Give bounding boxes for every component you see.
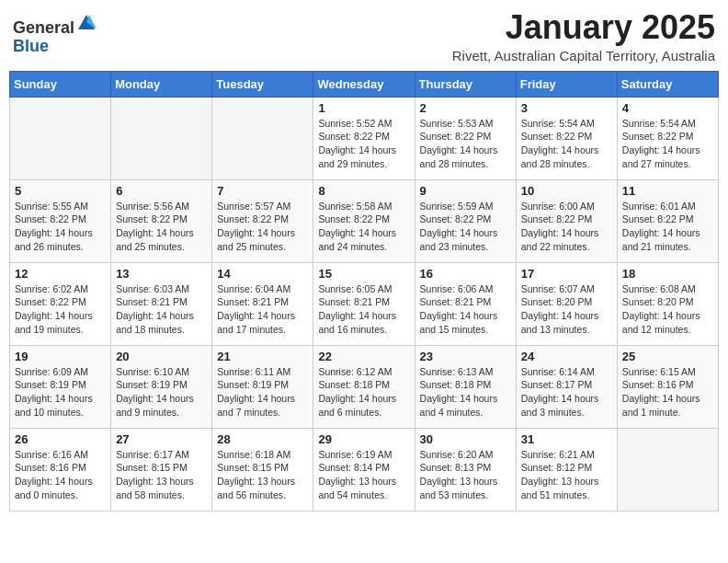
day-info: Sunrise: 5:55 AM Sunset: 8:22 PM Dayligh… [15, 200, 106, 254]
calendar-cell: 13Sunrise: 6:03 AM Sunset: 8:21 PM Dayli… [111, 262, 212, 345]
day-info: Sunrise: 6:06 AM Sunset: 8:21 PM Dayligh… [420, 282, 511, 337]
calendar-cell: 31Sunrise: 6:21 AM Sunset: 8:12 PM Dayli… [516, 428, 617, 511]
calendar-cell: 24Sunrise: 6:14 AM Sunset: 8:17 PM Dayli… [516, 345, 617, 428]
day-header-monday: Monday [111, 71, 212, 97]
day-number: 24 [521, 350, 612, 363]
day-info: Sunrise: 5:58 AM Sunset: 8:22 PM Dayligh… [318, 200, 409, 254]
calendar-cell: 5Sunrise: 5:55 AM Sunset: 8:22 PM Daylig… [10, 179, 111, 262]
day-info: Sunrise: 6:18 AM Sunset: 8:15 PM Dayligh… [217, 448, 308, 502]
calendar-cell: 27Sunrise: 6:17 AM Sunset: 8:15 PM Dayli… [111, 428, 212, 511]
calendar-cell: 10Sunrise: 6:00 AM Sunset: 8:22 PM Dayli… [516, 179, 617, 262]
day-info: Sunrise: 5:53 AM Sunset: 8:22 PM Dayligh… [420, 117, 511, 171]
calendar-table: SundayMondayTuesdayWednesdayThursdayFrid… [9, 71, 719, 511]
day-info: Sunrise: 5:54 AM Sunset: 8:22 PM Dayligh… [521, 117, 612, 171]
calendar-cell: 14Sunrise: 6:04 AM Sunset: 8:21 PM Dayli… [212, 262, 313, 345]
day-number: 31 [521, 432, 612, 446]
calendar-cell: 16Sunrise: 6:06 AM Sunset: 8:21 PM Dayli… [415, 262, 516, 345]
calendar-cell: 8Sunrise: 5:58 AM Sunset: 8:22 PM Daylig… [313, 179, 415, 262]
day-number: 7 [217, 184, 308, 198]
day-info: Sunrise: 6:02 AM Sunset: 8:22 PM Dayligh… [15, 282, 106, 337]
day-info: Sunrise: 6:17 AM Sunset: 8:15 PM Dayligh… [116, 448, 207, 502]
day-number: 8 [318, 184, 409, 198]
day-info: Sunrise: 6:11 AM Sunset: 8:19 PM Dayligh… [217, 365, 308, 419]
day-number: 12 [15, 267, 106, 281]
calendar-cell: 20Sunrise: 6:10 AM Sunset: 8:19 PM Dayli… [111, 345, 212, 428]
day-number: 26 [15, 432, 106, 446]
calendar-week-row: 5Sunrise: 5:55 AM Sunset: 8:22 PM Daylig… [10, 179, 719, 262]
day-number: 29 [318, 432, 409, 446]
day-info: Sunrise: 6:15 AM Sunset: 8:16 PM Dayligh… [622, 365, 713, 419]
calendar-cell [10, 97, 111, 179]
day-info: Sunrise: 5:54 AM Sunset: 8:22 PM Dayligh… [622, 117, 713, 171]
calendar-cell: 1Sunrise: 5:52 AM Sunset: 8:22 PM Daylig… [313, 97, 415, 179]
calendar-cell: 26Sunrise: 6:16 AM Sunset: 8:16 PM Dayli… [10, 428, 111, 511]
day-info: Sunrise: 6:16 AM Sunset: 8:16 PM Dayligh… [15, 448, 106, 502]
calendar-week-row: 19Sunrise: 6:09 AM Sunset: 8:19 PM Dayli… [10, 345, 719, 428]
day-header-friday: Friday [516, 71, 617, 97]
calendar-cell: 22Sunrise: 6:12 AM Sunset: 8:18 PM Dayli… [313, 345, 415, 428]
day-number: 14 [217, 267, 308, 281]
day-number: 5 [15, 184, 106, 198]
calendar-cell: 30Sunrise: 6:20 AM Sunset: 8:13 PM Dayli… [415, 428, 516, 511]
calendar-header-row: SundayMondayTuesdayWednesdayThursdayFrid… [10, 71, 719, 97]
logo-icon [76, 13, 97, 33]
month-title: January 2025 [452, 9, 715, 46]
calendar-cell [111, 97, 212, 179]
day-header-thursday: Thursday [415, 71, 516, 97]
day-info: Sunrise: 6:19 AM Sunset: 8:14 PM Dayligh… [318, 448, 409, 502]
day-number: 3 [521, 101, 612, 115]
day-info: Sunrise: 5:57 AM Sunset: 8:22 PM Dayligh… [217, 200, 308, 254]
day-header-saturday: Saturday [617, 71, 718, 97]
day-number: 4 [622, 101, 713, 115]
day-number: 28 [217, 432, 308, 446]
day-number: 20 [116, 350, 207, 363]
day-number: 25 [622, 350, 713, 363]
day-number: 30 [420, 432, 511, 446]
day-number: 21 [217, 350, 308, 363]
day-number: 6 [116, 184, 207, 198]
logo-general-text: General [13, 18, 74, 37]
page-header: General Blue January 2025 Rivett, Austra… [9, 9, 719, 63]
day-number: 18 [622, 267, 713, 281]
day-number: 23 [420, 350, 511, 363]
calendar-week-row: 26Sunrise: 6:16 AM Sunset: 8:16 PM Dayli… [10, 428, 719, 511]
day-info: Sunrise: 6:20 AM Sunset: 8:13 PM Dayligh… [420, 448, 511, 502]
calendar-cell: 15Sunrise: 6:05 AM Sunset: 8:21 PM Dayli… [313, 262, 415, 345]
day-number: 10 [521, 184, 612, 198]
day-number: 22 [318, 350, 409, 363]
calendar-cell: 21Sunrise: 6:11 AM Sunset: 8:19 PM Dayli… [212, 345, 313, 428]
day-number: 2 [420, 101, 511, 115]
day-number: 13 [116, 267, 207, 281]
calendar-cell: 7Sunrise: 5:57 AM Sunset: 8:22 PM Daylig… [212, 179, 313, 262]
calendar-cell: 3Sunrise: 5:54 AM Sunset: 8:22 PM Daylig… [516, 97, 617, 179]
day-number: 9 [420, 184, 511, 198]
logo: General Blue [13, 13, 97, 56]
day-info: Sunrise: 6:04 AM Sunset: 8:21 PM Dayligh… [217, 282, 308, 337]
day-number: 27 [116, 432, 207, 446]
day-info: Sunrise: 6:13 AM Sunset: 8:18 PM Dayligh… [420, 365, 511, 419]
calendar-cell: 12Sunrise: 6:02 AM Sunset: 8:22 PM Dayli… [10, 262, 111, 345]
day-info: Sunrise: 6:07 AM Sunset: 8:20 PM Dayligh… [521, 282, 612, 337]
calendar-cell: 28Sunrise: 6:18 AM Sunset: 8:15 PM Dayli… [212, 428, 313, 511]
location-subtitle: Rivett, Australian Capital Territory, Au… [452, 48, 715, 63]
calendar-cell: 19Sunrise: 6:09 AM Sunset: 8:19 PM Dayli… [10, 345, 111, 428]
calendar-cell: 2Sunrise: 5:53 AM Sunset: 8:22 PM Daylig… [415, 97, 516, 179]
day-info: Sunrise: 5:59 AM Sunset: 8:22 PM Dayligh… [420, 200, 511, 254]
title-block: January 2025 Rivett, Australian Capital … [452, 9, 715, 63]
day-info: Sunrise: 5:56 AM Sunset: 8:22 PM Dayligh… [116, 200, 207, 254]
calendar-cell: 18Sunrise: 6:08 AM Sunset: 8:20 PM Dayli… [617, 262, 718, 345]
day-number: 1 [318, 101, 409, 115]
calendar-cell: 29Sunrise: 6:19 AM Sunset: 8:14 PM Dayli… [313, 428, 415, 511]
day-number: 11 [622, 184, 713, 198]
calendar-cell: 25Sunrise: 6:15 AM Sunset: 8:16 PM Dayli… [617, 345, 718, 428]
day-info: Sunrise: 6:03 AM Sunset: 8:21 PM Dayligh… [116, 282, 207, 337]
calendar-cell: 17Sunrise: 6:07 AM Sunset: 8:20 PM Dayli… [516, 262, 617, 345]
calendar-cell: 6Sunrise: 5:56 AM Sunset: 8:22 PM Daylig… [111, 179, 212, 262]
day-header-wednesday: Wednesday [313, 71, 415, 97]
day-header-tuesday: Tuesday [212, 71, 313, 97]
day-info: Sunrise: 6:01 AM Sunset: 8:22 PM Dayligh… [622, 200, 713, 254]
day-info: Sunrise: 6:00 AM Sunset: 8:22 PM Dayligh… [521, 200, 612, 254]
day-number: 16 [420, 267, 511, 281]
day-info: Sunrise: 6:12 AM Sunset: 8:18 PM Dayligh… [318, 365, 409, 419]
calendar-week-row: 1Sunrise: 5:52 AM Sunset: 8:22 PM Daylig… [10, 97, 719, 179]
